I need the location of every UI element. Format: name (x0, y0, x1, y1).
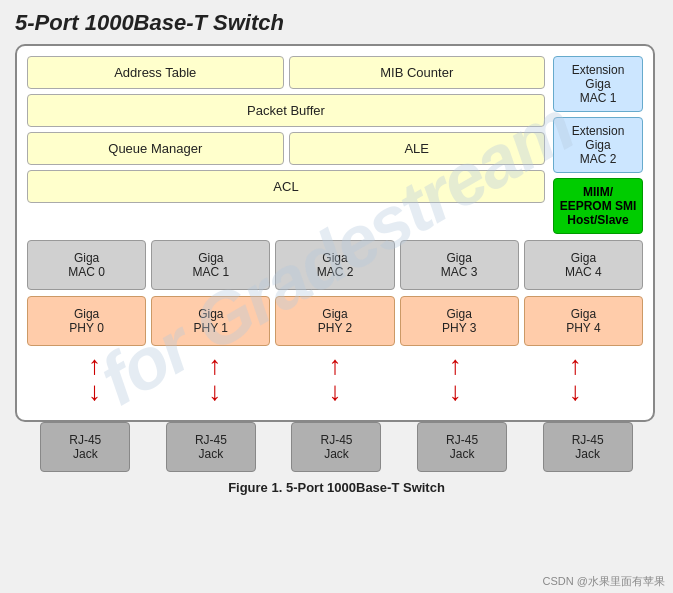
mac-0-box: GigaMAC 0 (27, 240, 146, 290)
row-4: ACL (27, 170, 545, 203)
phy-section: GigaPHY 0 GigaPHY 1 GigaPHY 2 GigaPHY 3 … (27, 296, 643, 346)
arrows-section: ↑ ↓ ↑ ↓ ↑ ↓ ↑ ↓ ↑ ↓ (27, 352, 643, 404)
mac-section: GigaMAC 0 GigaMAC 1 GigaMAC 2 GigaMAC 3 … (27, 240, 643, 290)
row-3: Queue Manager ALE (27, 132, 545, 165)
row-1: Address Table MIB Counter (27, 56, 545, 89)
figure-caption: Figure 1. 5-Port 1000Base-T Switch (15, 480, 658, 495)
mac-1-box: GigaMAC 1 (151, 240, 270, 290)
mac-2-box: GigaMAC 2 (275, 240, 394, 290)
packet-buffer-box: Packet Buffer (27, 94, 545, 127)
rj45-3-box: RJ-45Jack (417, 422, 507, 472)
address-table-box: Address Table (27, 56, 284, 89)
rj45-0-box: RJ-45Jack (40, 422, 130, 472)
arrow-2: ↑ ↓ (310, 352, 360, 404)
ext-macs-section: ExtensionGigaMAC 1 ExtensionGigaMAC 2 MI… (553, 56, 643, 234)
rj45-section: RJ-45Jack RJ-45Jack RJ-45Jack RJ-45Jack … (15, 422, 658, 472)
arrow-4: ↑ ↓ (550, 352, 600, 404)
miim-box: MIIM/EEPROM SMIHost/Slave (553, 178, 643, 234)
ext-mac-2-box: ExtensionGigaMAC 2 (553, 117, 643, 173)
row-2: Packet Buffer (27, 94, 545, 127)
arrow-0: ↑ ↓ (70, 352, 120, 404)
mac-4-box: GigaMAC 4 (524, 240, 643, 290)
rj45-2-box: RJ-45Jack (291, 422, 381, 472)
top-section: Address Table MIB Counter Packet Buffer … (27, 56, 643, 234)
phy-1-box: GigaPHY 1 (151, 296, 270, 346)
ext-mac-1-box: ExtensionGigaMAC 1 (553, 56, 643, 112)
inner-modules: Address Table MIB Counter Packet Buffer … (27, 56, 545, 234)
phy-2-box: GigaPHY 2 (275, 296, 394, 346)
main-diagram-box: Address Table MIB Counter Packet Buffer … (15, 44, 655, 422)
rj45-4-box: RJ-45Jack (543, 422, 633, 472)
page-title: 5-Port 1000Base-T Switch (15, 10, 658, 36)
mac-3-box: GigaMAC 3 (400, 240, 519, 290)
rj45-1-box: RJ-45Jack (166, 422, 256, 472)
phy-4-box: GigaPHY 4 (524, 296, 643, 346)
acl-box: ACL (27, 170, 545, 203)
ale-box: ALE (289, 132, 546, 165)
queue-manager-box: Queue Manager (27, 132, 284, 165)
phy-0-box: GigaPHY 0 (27, 296, 146, 346)
arrow-3: ↑ ↓ (430, 352, 480, 404)
phy-3-box: GigaPHY 3 (400, 296, 519, 346)
csdn-credit: CSDN @水果里面有苹果 (543, 574, 665, 589)
arrow-1: ↑ ↓ (190, 352, 240, 404)
mib-counter-box: MIB Counter (289, 56, 546, 89)
